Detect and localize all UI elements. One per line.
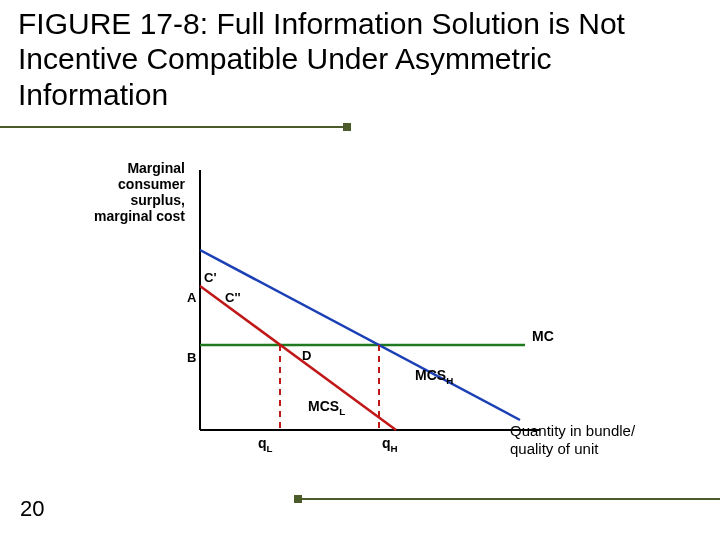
x-axis-label: Quantity in bundle/ quality of unit [510,422,670,458]
label-MCS-H: MCSH [415,367,453,386]
label-MCS-L-sub: L [339,406,345,417]
mcs-l-line [200,286,396,430]
label-MC: MC [532,328,554,344]
tick-qL-sub: L [267,443,273,454]
footer-line-dot [294,495,302,503]
tick-qL-text: q [258,435,267,451]
label-MCS-L: MCSL [308,398,345,417]
label-MCS-H-sub: H [446,375,453,386]
page-number: 20 [20,496,44,522]
mcs-h-line [200,250,520,420]
tick-qH-text: q [382,435,391,451]
tick-qL: qL [258,435,273,454]
figure-title: FIGURE 17-8: Full Information Solution i… [18,6,658,112]
footer-line [300,498,720,500]
label-A: A [187,290,196,305]
label-MCS-H-text: MCS [415,367,446,383]
chart-area: Marginal consumer surplus, marginal cost… [80,160,640,480]
title-underline [0,126,345,128]
tick-qH-sub: H [391,443,398,454]
tick-qH: qH [382,435,398,454]
label-C-prime: C' [204,270,216,285]
label-C-dprime: C'' [225,290,241,305]
title-underline-dot [343,123,351,131]
label-MCS-L-text: MCS [308,398,339,414]
label-B: B [187,350,196,365]
label-D: D [302,348,311,363]
